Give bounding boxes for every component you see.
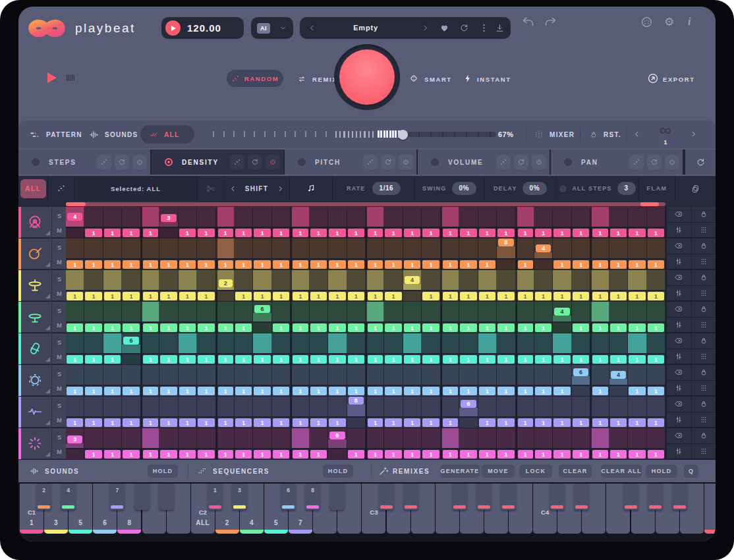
step-cell[interactable]	[366, 428, 384, 448]
bpm-box[interactable]: 120.00	[161, 17, 244, 39]
step-cell[interactable]	[384, 207, 403, 227]
micro-step-cell[interactable]: 1	[122, 259, 140, 269]
micro-step-cell[interactable]: 1	[103, 417, 122, 428]
micro-step-cell[interactable]: 1	[441, 417, 459, 428]
micro-step-cell[interactable]: 1	[216, 354, 235, 364]
all-steps-radio[interactable]	[559, 185, 567, 192]
bpm-value[interactable]: 120.00	[187, 22, 221, 34]
expand-triangle-icon[interactable]	[45, 325, 50, 330]
step-cell[interactable]	[497, 270, 515, 290]
power-icon[interactable]	[532, 155, 546, 169]
step-cell[interactable]	[553, 333, 571, 353]
micro-step-cell[interactable]: 1	[441, 322, 459, 333]
step-cell[interactable]	[366, 365, 384, 385]
generate-button[interactable]: GENERATE	[440, 464, 480, 478]
micro-step-cell[interactable]: 1	[253, 291, 271, 301]
clear-all-button[interactable]: CLEAR ALL	[601, 464, 642, 478]
step-cell[interactable]	[590, 270, 609, 290]
remix-loop-icon[interactable]	[296, 74, 307, 84]
micro-step-cell[interactable]: 1	[384, 417, 403, 428]
micro-step-cell[interactable]: 1	[459, 259, 478, 269]
step-cell[interactable]: 3	[159, 207, 178, 227]
micro-step-cell[interactable]: 1	[497, 385, 515, 396]
step-cell[interactable]	[141, 365, 159, 385]
clear-icon[interactable]	[667, 238, 691, 254]
step-cell[interactable]	[366, 302, 384, 322]
micro-step-cell[interactable]: 1	[291, 417, 309, 428]
power-icon[interactable]	[399, 155, 413, 169]
step-cell[interactable]	[235, 333, 253, 353]
micro-step-cell[interactable]: 1	[84, 322, 103, 333]
step-cell[interactable]	[141, 302, 159, 322]
step-cell[interactable]	[422, 207, 440, 227]
micro-step-cell[interactable]: 1	[310, 291, 328, 301]
step-cell[interactable]	[628, 333, 646, 353]
step-cell[interactable]	[422, 428, 440, 448]
save-download-icon[interactable]	[495, 23, 505, 33]
step-cell[interactable]	[253, 333, 271, 353]
micro-step-cell[interactable]: 1	[84, 291, 103, 301]
micro-step-cell[interactable]: 1	[647, 291, 665, 301]
midi-icon[interactable]	[640, 16, 653, 28]
micro-step-cell[interactable]: 1	[590, 417, 609, 428]
rate-value[interactable]: 1/16	[372, 182, 401, 195]
micro-step-cell[interactable]: 1	[628, 259, 646, 269]
step-cell[interactable]	[272, 207, 291, 227]
clear-icon[interactable]	[667, 302, 691, 317]
step-cell[interactable]	[347, 365, 366, 385]
micro-step-cell[interactable]: 1	[590, 259, 609, 269]
lock-button[interactable]: LOCK	[519, 464, 552, 478]
micro-step-cell[interactable]: 1	[459, 322, 478, 333]
step-cell[interactable]	[441, 302, 459, 322]
random-icon[interactable]	[363, 155, 378, 169]
step-cell[interactable]	[384, 397, 403, 416]
step-cell[interactable]	[253, 428, 271, 448]
shift-left-icon[interactable]	[229, 184, 237, 193]
step-cell[interactable]	[441, 428, 459, 448]
micro-step-cell[interactable]: 1	[179, 354, 197, 364]
loop-prev-icon[interactable]	[633, 130, 641, 138]
step-cell[interactable]	[216, 302, 235, 322]
expand-triangle-icon[interactable]	[45, 389, 50, 393]
micro-step-cell[interactable]: 1	[291, 449, 309, 459]
micro-step-cell[interactable]: 1	[516, 227, 534, 238]
micro-step-cell[interactable]: 1	[609, 417, 628, 428]
micro-step-cell[interactable]: 1	[141, 385, 159, 396]
micro-step-cell[interactable]: 1	[366, 417, 384, 428]
micro-step-cell[interactable]: 1	[347, 385, 366, 396]
step-cell[interactable]	[628, 207, 646, 227]
step-cell[interactable]	[141, 397, 159, 416]
micro-step-cell[interactable]: 1	[403, 259, 422, 269]
step-cell[interactable]	[179, 428, 197, 448]
micro-step-cell[interactable]: 1	[516, 291, 534, 301]
micro-step-cell[interactable]: 1	[590, 354, 609, 364]
micro-step-cell[interactable]: 1	[441, 449, 459, 459]
sounds-wave-icon[interactable]	[88, 129, 99, 140]
export-icon[interactable]	[647, 72, 659, 84]
micro-step-cell[interactable]	[66, 449, 84, 459]
step-cell[interactable]	[403, 397, 422, 416]
micro-step-cell[interactable]: 1	[216, 417, 235, 428]
micro-step-cell[interactable]: 1	[179, 291, 197, 301]
faders-icon[interactable]	[667, 318, 691, 333]
step-cell[interactable]	[478, 302, 497, 322]
step-cell[interactable]	[497, 333, 515, 353]
micro-step-cell[interactable]: 1	[422, 449, 440, 459]
step-cell[interactable]	[66, 333, 84, 353]
track-sample-cell[interactable]	[18, 428, 51, 459]
step-cell[interactable]	[159, 333, 178, 353]
faders-icon[interactable]	[667, 254, 691, 269]
micro-step-cell[interactable]: 1	[478, 385, 497, 396]
step-cell[interactable]	[103, 238, 122, 258]
track-sample-cell[interactable]	[18, 397, 51, 428]
micro-step-cell[interactable]: 1	[103, 449, 122, 459]
remixes-section-label[interactable]: REMIXES	[393, 468, 430, 475]
micro-step-cell[interactable]: 1	[328, 259, 347, 269]
pattern-steps-icon[interactable]	[29, 129, 40, 140]
micro-step-cell[interactable]: 1	[553, 449, 571, 459]
micro-step-cell[interactable]: 1	[235, 259, 253, 269]
step-cell[interactable]	[197, 207, 215, 227]
step-cell[interactable]	[84, 428, 103, 448]
step-cell[interactable]	[478, 428, 497, 448]
micro-step-cell[interactable]: 1	[347, 291, 366, 301]
